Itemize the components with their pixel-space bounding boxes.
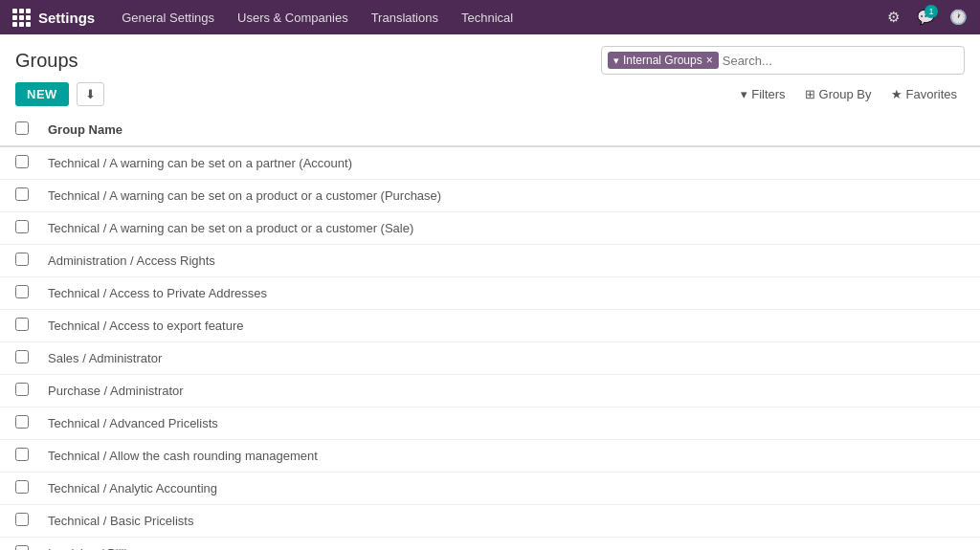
discuss-icon-btn[interactable]: 💬 1 bbox=[911, 3, 940, 32]
row-checkbox[interactable] bbox=[15, 545, 29, 550]
group-name-link[interactable]: Technical / A warning can be set on a pa… bbox=[48, 156, 352, 170]
row-checkbox[interactable] bbox=[15, 350, 29, 363]
row-checkbox[interactable] bbox=[15, 448, 29, 461]
new-button[interactable]: NEW bbox=[15, 82, 69, 106]
row-group-name[interactable]: Technical / Advanced Pricelists bbox=[36, 407, 980, 440]
group-name-link[interactable]: Technical / Advanced Pricelists bbox=[48, 416, 218, 430]
group-name-link[interactable]: Technical / Access to export feature bbox=[48, 319, 244, 333]
group-name-link[interactable]: Sales / Administrator bbox=[48, 351, 162, 365]
row-group-name[interactable]: Technical / Analytic Accounting bbox=[36, 473, 980, 505]
table-header-row: Group Name bbox=[0, 114, 980, 146]
row-checkbox-cell[interactable] bbox=[0, 277, 36, 310]
groupby-icon: ⊞ bbox=[805, 87, 815, 101]
row-checkbox-cell[interactable] bbox=[0, 342, 36, 375]
group-name-link[interactable]: Purchase / Administrator bbox=[48, 384, 184, 398]
row-checkbox-cell[interactable] bbox=[0, 473, 36, 505]
table-row: Purchase / Administrator bbox=[0, 375, 980, 407]
groups-table: Group Name Technical / A warning can be … bbox=[0, 114, 980, 550]
row-checkbox[interactable] bbox=[15, 513, 29, 526]
nav-menu: General Settings Users & Companies Trans… bbox=[110, 0, 524, 34]
row-checkbox[interactable] bbox=[15, 383, 29, 396]
column-header-group-name: Group Name bbox=[36, 114, 980, 146]
search-input[interactable] bbox=[723, 54, 958, 68]
row-group-name[interactable]: Technical / Allow the cash rounding mana… bbox=[36, 440, 980, 473]
nav-item-users-companies[interactable]: Users & Companies bbox=[226, 0, 360, 34]
filters-label: Filters bbox=[751, 87, 785, 101]
row-group-name[interactable]: Invoicing / Billing bbox=[36, 538, 980, 551]
groupby-label: Group By bbox=[819, 87, 872, 101]
nav-item-general-settings[interactable]: General Settings bbox=[110, 0, 226, 34]
filters-area: ▾ Filters ⊞ Group By ★ Favorites bbox=[733, 83, 965, 105]
filter-tag-label: Internal Groups bbox=[623, 54, 702, 67]
settings-icon: ⚙ bbox=[887, 9, 900, 26]
row-checkbox-cell[interactable] bbox=[0, 245, 36, 277]
row-checkbox[interactable] bbox=[15, 415, 29, 429]
group-name-link[interactable]: Invoicing / Billing bbox=[48, 546, 141, 550]
filter-funnel-icon: ▾ bbox=[613, 55, 619, 67]
groups-table-container: Group Name Technical / A warning can be … bbox=[0, 114, 980, 550]
groupby-button[interactable]: ⊞ Group By bbox=[797, 83, 880, 105]
download-icon: ⬇ bbox=[85, 87, 96, 101]
nav-item-technical[interactable]: Technical bbox=[450, 0, 524, 34]
favorites-button[interactable]: ★ Favorites bbox=[883, 83, 965, 105]
remove-filter-tag-button[interactable]: × bbox=[706, 54, 713, 67]
row-checkbox-cell[interactable] bbox=[0, 180, 36, 212]
app-brand: Settings bbox=[38, 10, 95, 26]
row-group-name[interactable]: Technical / Access to Private Addresses bbox=[36, 277, 980, 310]
row-checkbox-cell[interactable] bbox=[0, 538, 36, 551]
row-group-name[interactable]: Technical / A warning can be set on a pr… bbox=[36, 180, 980, 212]
row-checkbox[interactable] bbox=[15, 318, 29, 331]
row-group-name[interactable]: Technical / Basic Pricelists bbox=[36, 505, 980, 538]
clock-icon: 🕐 bbox=[949, 9, 968, 26]
nav-item-translations[interactable]: Translations bbox=[360, 0, 450, 34]
group-name-link[interactable]: Technical / Analytic Accounting bbox=[48, 481, 217, 495]
row-checkbox-cell[interactable] bbox=[0, 407, 36, 440]
table-row: Technical / Basic Pricelists bbox=[0, 505, 980, 538]
row-checkbox-cell[interactable] bbox=[0, 440, 36, 473]
row-checkbox[interactable] bbox=[15, 480, 29, 494]
toolbar: NEW ⬇ ▾ Filters ⊞ Group By ★ Favorites bbox=[0, 75, 980, 114]
row-checkbox-cell[interactable] bbox=[0, 310, 36, 342]
select-all-checkbox[interactable] bbox=[15, 121, 29, 135]
row-checkbox[interactable] bbox=[15, 220, 29, 233]
row-checkbox-cell[interactable] bbox=[0, 375, 36, 407]
apps-menu-icon[interactable] bbox=[8, 4, 34, 31]
row-checkbox[interactable] bbox=[15, 155, 29, 168]
row-checkbox-cell[interactable] bbox=[0, 212, 36, 245]
group-name-link[interactable]: Administration / Access Rights bbox=[48, 253, 215, 268]
group-name-link[interactable]: Technical / Allow the cash rounding mana… bbox=[48, 449, 318, 463]
group-name-link[interactable]: Technical / A warning can be set on a pr… bbox=[48, 221, 413, 235]
settings-icon-btn[interactable]: ⚙ bbox=[879, 3, 907, 32]
row-group-name[interactable]: Sales / Administrator bbox=[36, 342, 980, 375]
select-all-checkbox-cell[interactable] bbox=[0, 114, 36, 146]
search-filter-tag: ▾ Internal Groups × bbox=[608, 52, 719, 69]
star-icon: ★ bbox=[891, 87, 902, 101]
table-row: Administration / Access Rights bbox=[0, 245, 980, 277]
table-row: Technical / Allow the cash rounding mana… bbox=[0, 440, 980, 473]
group-name-link[interactable]: Technical / Access to Private Addresses bbox=[48, 286, 267, 300]
group-name-link[interactable]: Technical / Basic Pricelists bbox=[48, 514, 193, 528]
row-checkbox[interactable] bbox=[15, 285, 29, 298]
row-group-name[interactable]: Purchase / Administrator bbox=[36, 375, 980, 407]
row-checkbox[interactable] bbox=[15, 253, 29, 266]
main-content: Groups ▾ Internal Groups × NEW ⬇ ▾ Filte… bbox=[0, 34, 980, 550]
download-button[interactable]: ⬇ bbox=[77, 82, 104, 106]
table-row: Technical / Access to Private Addresses bbox=[0, 277, 980, 310]
table-row: Invoicing / Billing bbox=[0, 538, 980, 551]
page-title: Groups bbox=[15, 50, 78, 72]
filters-button[interactable]: ▾ Filters bbox=[733, 83, 792, 105]
row-group-name[interactable]: Technical / A warning can be set on a pa… bbox=[36, 146, 980, 180]
top-navbar: Settings General Settings Users & Compan… bbox=[0, 0, 980, 34]
favorites-label: Favorites bbox=[906, 87, 957, 101]
row-checkbox-cell[interactable] bbox=[0, 505, 36, 538]
table-row: Technical / Analytic Accounting bbox=[0, 473, 980, 505]
search-bar: ▾ Internal Groups × bbox=[601, 46, 965, 75]
group-name-link[interactable]: Technical / A warning can be set on a pr… bbox=[48, 188, 441, 203]
row-checkbox[interactable] bbox=[15, 187, 29, 201]
row-group-name[interactable]: Administration / Access Rights bbox=[36, 245, 980, 277]
row-group-name[interactable]: Technical / A warning can be set on a pr… bbox=[36, 212, 980, 245]
clock-icon-btn[interactable]: 🕐 bbox=[944, 3, 972, 32]
row-group-name[interactable]: Technical / Access to export feature bbox=[36, 310, 980, 342]
table-row: Technical / A warning can be set on a pa… bbox=[0, 146, 980, 180]
row-checkbox-cell[interactable] bbox=[0, 146, 36, 180]
